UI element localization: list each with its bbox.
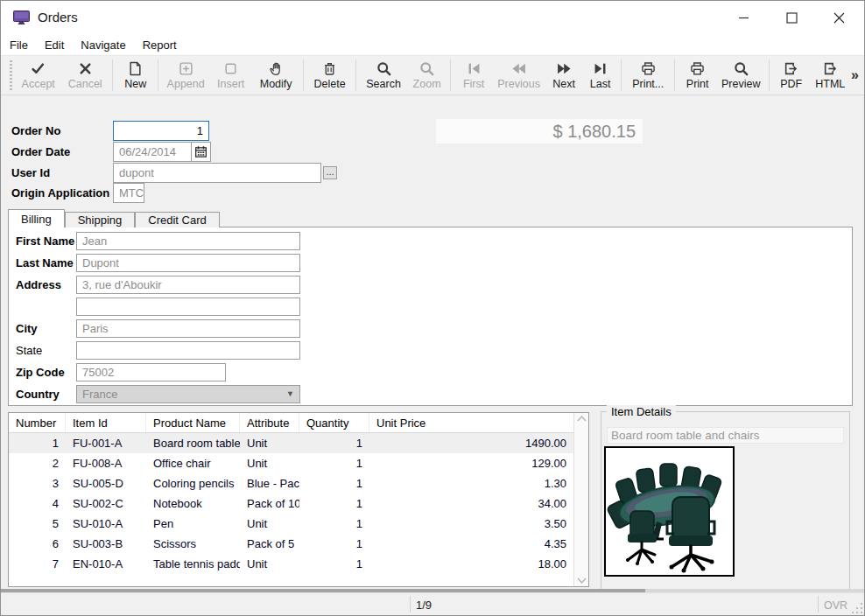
order-total-display: $ 1,680.15 <box>436 119 643 144</box>
printer-icon <box>690 60 705 76</box>
search-button[interactable]: Search <box>360 56 406 94</box>
city-field[interactable]: Paris <box>76 319 300 338</box>
pdf-export-button[interactable]: PDF <box>773 56 810 94</box>
tab-shipping[interactable]: Shipping <box>65 212 136 228</box>
billing-tab-panel: First Name Jean Last Name Dupont Address… <box>8 227 853 406</box>
user-id-field[interactable]: dupont <box>113 163 321 183</box>
table-vertical-scrollbar[interactable] <box>573 413 588 586</box>
table-row[interactable]: 6 SU-003-B Scissors Pack of 5 1 4.35 <box>9 534 573 554</box>
cell-attribute: Unit <box>240 457 299 470</box>
table-row[interactable]: 7 EN-010-A Table tennis paddles... Unit … <box>9 554 573 574</box>
toolbar-separator <box>158 60 158 91</box>
toolbar-separator <box>450 60 451 91</box>
table-row[interactable]: 4 SU-002-C Notebook Pack of 10 1 34.00 <box>9 494 573 514</box>
scroll-down-icon[interactable] <box>577 578 587 584</box>
country-dropdown[interactable]: France ▼ <box>76 385 300 403</box>
origin-application-field[interactable]: MTC <box>113 183 144 203</box>
table-row[interactable]: 5 SU-010-A Pen Unit 1 3.50 <box>9 514 573 534</box>
calendar-picker-button[interactable] <box>191 143 210 161</box>
first-button[interactable]: First <box>454 56 493 94</box>
cell-item-id: FU-001-A <box>66 437 146 450</box>
delete-button[interactable]: Delete <box>307 56 352 94</box>
menu-file[interactable]: File <box>10 38 28 52</box>
cell-number: 3 <box>9 477 66 490</box>
preview-button[interactable]: Preview <box>716 56 764 94</box>
user-id-browse-button[interactable]: ... <box>323 166 337 179</box>
zoom-button[interactable]: Zoom <box>407 56 447 94</box>
cell-unit-price: 4.35 <box>369 537 573 550</box>
append-button[interactable]: Append <box>162 56 208 94</box>
cancel-button[interactable]: Cancel <box>61 56 108 94</box>
cell-unit-price: 34.00 <box>369 497 573 510</box>
cancel-x-icon <box>78 60 93 76</box>
previous-button[interactable]: Previous <box>493 56 545 94</box>
zip-code-field[interactable]: 75002 <box>76 363 226 382</box>
col-number[interactable]: Number <box>9 413 66 432</box>
close-icon <box>833 12 845 24</box>
col-product-name[interactable]: Product Name <box>146 413 240 432</box>
last-name-field[interactable]: Dupont <box>76 254 300 272</box>
cell-attribute: Unit <box>240 437 299 450</box>
address-field[interactable]: 3, rue d'Aboukir <box>76 276 300 294</box>
first-icon <box>467 60 482 76</box>
cell-unit-price: 18.00 <box>369 557 573 570</box>
order-date-field[interactable]: 06/24/2014 <box>113 142 211 162</box>
toolbar-overflow-chevron[interactable]: » <box>851 67 859 83</box>
overwrite-mode-indicator: OVR <box>824 599 847 612</box>
zip-code-label: Zip Code <box>16 366 65 379</box>
menu-navigate[interactable]: Navigate <box>81 38 125 52</box>
tab-billing[interactable]: Billing <box>8 209 65 228</box>
minimize-button[interactable] <box>721 1 768 34</box>
check-icon <box>31 60 46 76</box>
table-row[interactable]: 2 FU-008-A Office chair Unit 1 129.00 <box>9 453 573 473</box>
last-button[interactable]: Last <box>583 56 618 94</box>
new-page-icon <box>128 60 143 76</box>
magnifier-icon <box>734 60 749 76</box>
magnifier-icon <box>419 60 434 76</box>
address-line2-field[interactable] <box>76 298 300 316</box>
table-row[interactable]: 1 FU-001-A Board room table an... Unit 1… <box>9 433 573 453</box>
col-item-id[interactable]: Item Id <box>66 413 146 432</box>
order-items-table: Number Item Id Product Name Attribute Qu… <box>8 412 589 587</box>
user-id-label: User Id <box>11 166 50 179</box>
cell-quantity: 1 <box>299 537 369 550</box>
square-icon <box>223 60 238 76</box>
status-separator <box>410 596 411 612</box>
new-button[interactable]: New <box>116 56 155 94</box>
resize-grip[interactable] <box>852 603 862 613</box>
last-icon <box>593 60 608 76</box>
table-row[interactable]: 3 SU-005-D Coloring pencils Blue - Pack.… <box>9 473 573 494</box>
tab-credit-card[interactable]: Credit Card <box>135 212 219 228</box>
insert-button[interactable]: Insert <box>209 56 253 94</box>
maximize-button[interactable] <box>768 1 815 34</box>
print-dialog-button[interactable]: Print... <box>625 56 670 94</box>
cell-quantity: 1 <box>299 457 369 470</box>
state-label: State <box>16 344 42 357</box>
maximize-icon <box>786 12 798 24</box>
menu-edit[interactable]: Edit <box>45 38 64 52</box>
html-export-button[interactable]: HTML <box>810 56 852 94</box>
modify-button[interactable]: Modify <box>252 56 299 94</box>
print-button[interactable]: Print <box>679 56 717 94</box>
accept-button[interactable]: Accept <box>15 56 61 94</box>
cell-product-name: Coloring pencils <box>146 477 240 490</box>
menu-report[interactable]: Report <box>143 38 177 52</box>
first-name-field[interactable]: Jean <box>76 232 300 250</box>
cell-item-id: EN-010-A <box>66 557 146 570</box>
printer-icon <box>641 60 656 76</box>
scroll-up-icon[interactable] <box>577 416 587 422</box>
status-separator <box>818 596 819 612</box>
col-quantity[interactable]: Quantity <box>299 413 369 432</box>
product-photo <box>604 446 735 577</box>
state-field[interactable] <box>76 341 300 360</box>
cell-quantity: 1 <box>299 477 369 490</box>
next-button[interactable]: Next <box>545 56 583 94</box>
close-button[interactable] <box>815 1 862 34</box>
col-unit-price[interactable]: Unit Price <box>369 413 573 432</box>
cell-unit-price: 1.30 <box>369 477 573 490</box>
order-no-field[interactable]: 1 <box>113 121 209 141</box>
address-label: Address <box>16 278 61 291</box>
col-attribute[interactable]: Attribute <box>240 413 299 432</box>
toolbar-gripper[interactable] <box>10 60 12 90</box>
cell-product-name: Notebook <box>146 497 240 510</box>
